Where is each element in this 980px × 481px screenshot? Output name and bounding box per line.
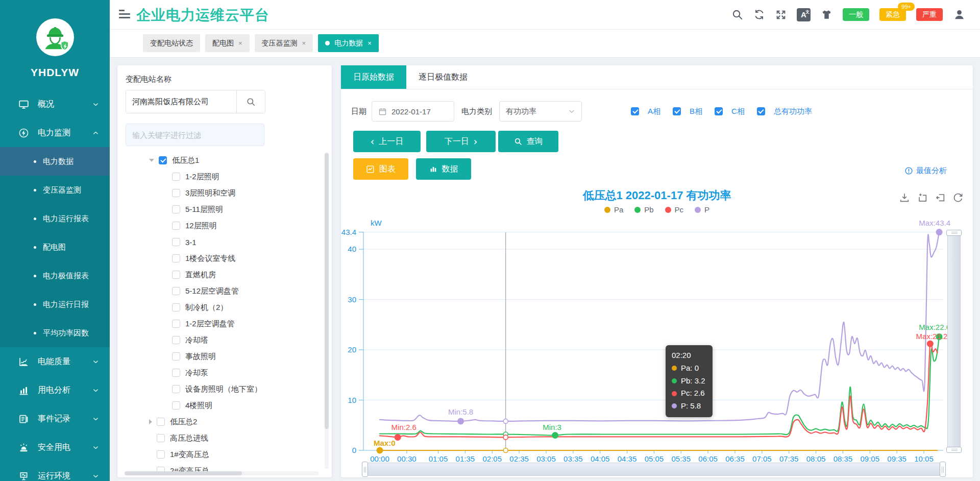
sidebar-subitem-电力运行报表[interactable]: 电力运行报表 bbox=[0, 204, 110, 233]
datazoom-handle-bottom[interactable] bbox=[946, 447, 962, 453]
phase-checkbox-C相[interactable]: C相 bbox=[715, 107, 745, 116]
tree-node-制冷机（2）[interactable]: 制冷机（2） bbox=[117, 299, 322, 316]
datazoom-handle-left[interactable] bbox=[362, 462, 368, 477]
data-tab-日原始数据[interactable]: 日原始数据 bbox=[341, 65, 406, 89]
datazoom-slider-vertical[interactable] bbox=[947, 232, 961, 450]
legend-item-Pa[interactable]: Pa bbox=[604, 205, 623, 214]
next-day-button[interactable]: 下一日› bbox=[426, 131, 496, 152]
tree-node-设备房照明（地下室）[interactable]: 设备房照明（地下室） bbox=[117, 381, 322, 397]
close-tab-icon[interactable]: × bbox=[368, 39, 372, 47]
power-category-select[interactable]: 有功功率 bbox=[499, 101, 582, 122]
prev-day-button[interactable]: ‹上一日 bbox=[353, 131, 421, 152]
theme-icon[interactable] bbox=[821, 9, 832, 20]
tree-node-3层照明和空调[interactable]: 3层照明和空调 bbox=[117, 185, 322, 201]
tree-node-5-12层空调盘管[interactable]: 5-12层空调盘管 bbox=[117, 283, 322, 299]
sidebar-subitem-电力极值报表[interactable]: 电力极值报表 bbox=[0, 261, 110, 290]
zoom-reset-icon[interactable] bbox=[935, 192, 946, 203]
tree-checkbox[interactable] bbox=[159, 156, 167, 164]
tree-checkbox[interactable] bbox=[172, 401, 180, 410]
page-tab-变压器监测[interactable]: 变压器监测× bbox=[255, 34, 313, 52]
alarm-badge-normal[interactable]: 一般 bbox=[843, 8, 869, 21]
tree-checkbox[interactable] bbox=[172, 369, 180, 377]
tree-node-冷却塔[interactable]: 冷却塔 bbox=[117, 332, 322, 348]
tree-horizontal-scrollbar[interactable] bbox=[125, 471, 318, 475]
tree-checkbox[interactable] bbox=[157, 418, 165, 426]
tree-node-高压总进线[interactable]: 高压总进线 bbox=[117, 430, 322, 446]
close-tab-icon[interactable]: × bbox=[238, 39, 242, 47]
tree-node-5-11层照明[interactable]: 5-11层照明 bbox=[117, 201, 322, 218]
tree-node-12层照明[interactable]: 12层照明 bbox=[117, 218, 322, 234]
tree-checkbox[interactable] bbox=[172, 254, 180, 262]
datazoom-slider-horizontal[interactable] bbox=[364, 463, 943, 476]
tree-node-1#变高压总[interactable]: 1#变高压总 bbox=[117, 446, 322, 463]
phase-checkbox-B相[interactable]: B相 bbox=[673, 107, 702, 116]
station-search-button[interactable] bbox=[236, 90, 265, 113]
tree-filter-input[interactable] bbox=[126, 124, 264, 146]
tree-node-直燃机房[interactable]: 直燃机房 bbox=[117, 267, 322, 283]
sidebar-item-电能质量[interactable]: 电能质量 bbox=[0, 347, 110, 376]
tree-checkbox[interactable] bbox=[172, 173, 180, 181]
search-icon[interactable] bbox=[731, 9, 743, 20]
tree-checkbox[interactable] bbox=[172, 336, 180, 344]
zoom-select-icon[interactable] bbox=[917, 192, 928, 203]
tree-checkbox[interactable] bbox=[172, 303, 180, 311]
sidebar-item-事件记录[interactable]: 事件记录 bbox=[0, 404, 110, 433]
sidebar-item-电力监测[interactable]: 电力监测 bbox=[0, 118, 110, 147]
tree-checkbox[interactable] bbox=[172, 238, 180, 246]
tree-checkbox[interactable] bbox=[157, 450, 165, 459]
datazoom-handle-right[interactable] bbox=[940, 462, 946, 477]
sidebar-subitem-电力运行日报[interactable]: 电力运行日报 bbox=[0, 290, 110, 319]
sidebar-subitem-平均功率因数[interactable]: 平均功率因数 bbox=[0, 319, 110, 347]
tree-checkbox[interactable] bbox=[172, 287, 180, 295]
phase-checkbox-A相[interactable]: A相 bbox=[631, 107, 660, 116]
legend-item-Pc[interactable]: Pc bbox=[665, 205, 684, 214]
tree-checkbox[interactable] bbox=[172, 320, 180, 328]
phase-checkbox-总有功功率[interactable]: 总有功功率 bbox=[757, 107, 812, 116]
sidebar-subitem-变压器监测[interactable]: 变压器监测 bbox=[0, 176, 110, 204]
tree-node-冷却泵[interactable]: 冷却泵 bbox=[117, 365, 322, 381]
tree-node-事故照明[interactable]: 事故照明 bbox=[117, 348, 322, 365]
user-icon[interactable] bbox=[953, 8, 966, 21]
tree-node-1-2层空调盘管[interactable]: 1-2层空调盘管 bbox=[117, 316, 322, 332]
tree-checkbox[interactable] bbox=[172, 352, 180, 360]
tree-checkbox[interactable] bbox=[172, 189, 180, 197]
sidebar-subitem-配电图[interactable]: 配电图 bbox=[0, 233, 110, 261]
legend-item-P[interactable]: P bbox=[695, 205, 709, 214]
tree-checkbox[interactable] bbox=[172, 271, 180, 279]
legend-item-Pb[interactable]: Pb bbox=[634, 205, 653, 214]
translate-icon[interactable]: A文 bbox=[797, 8, 811, 21]
query-button[interactable]: 查询 bbox=[498, 131, 558, 152]
sidebar-item-概况[interactable]: 概况 bbox=[0, 90, 110, 118]
close-tab-icon[interactable]: × bbox=[302, 39, 306, 47]
restore-icon[interactable] bbox=[952, 192, 964, 203]
sidebar-item-用电分析[interactable]: 用电分析 bbox=[0, 376, 110, 404]
tree-vertical-scrollbar[interactable] bbox=[325, 152, 329, 469]
data-tab-逐日极值数据[interactable]: 逐日极值数据 bbox=[406, 65, 480, 89]
tree-caret-icon[interactable] bbox=[149, 419, 152, 424]
tree-node-3-1[interactable]: 3-1 bbox=[117, 234, 322, 250]
save-image-icon[interactable] bbox=[899, 192, 910, 203]
page-tab-配电图[interactable]: 配电图× bbox=[205, 34, 250, 52]
data-view-button[interactable]: 数据 bbox=[416, 158, 471, 180]
tree-node-1-2层照明[interactable]: 1-2层照明 bbox=[117, 169, 322, 185]
page-tab-电力数据[interactable]: 电力数据× bbox=[318, 34, 379, 52]
extremum-analysis-link[interactable]: 最值分析 bbox=[904, 166, 947, 176]
tree-checkbox[interactable] bbox=[157, 434, 165, 442]
date-picker[interactable]: 2022-01-17 bbox=[372, 101, 454, 122]
page-tab-变配电站状态[interactable]: 变配电站状态 bbox=[143, 34, 200, 52]
alarm-badge-critical[interactable]: 严重 bbox=[916, 8, 943, 21]
tree-node-4楼照明[interactable]: 4楼照明 bbox=[117, 397, 322, 414]
datazoom-handle-top[interactable] bbox=[946, 230, 962, 236]
refresh-icon[interactable] bbox=[753, 9, 765, 20]
tree-checkbox[interactable] bbox=[172, 385, 180, 393]
chart-view-button[interactable]: 图表 bbox=[353, 158, 408, 180]
sidebar-subitem-电力数据[interactable]: 电力数据 bbox=[0, 147, 110, 176]
station-search-input[interactable] bbox=[126, 90, 236, 113]
tree-node-低压总2[interactable]: 低压总2 bbox=[117, 414, 322, 430]
tree-checkbox[interactable] bbox=[172, 205, 180, 213]
fullscreen-icon[interactable] bbox=[775, 9, 787, 20]
tree-checkbox[interactable] bbox=[172, 222, 180, 230]
tree-node-1楼会议室专线[interactable]: 1楼会议室专线 bbox=[117, 250, 322, 267]
sidebar-item-安全用电[interactable]: 安全用电 bbox=[0, 433, 110, 462]
sidebar-item-运行环境[interactable]: 运行环境 bbox=[0, 462, 110, 481]
